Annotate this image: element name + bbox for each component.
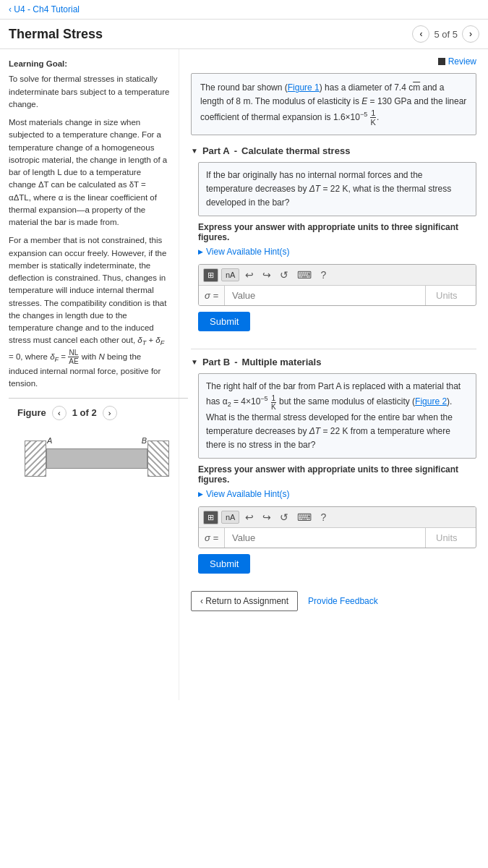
toolbar-undo-btn-b[interactable]: ↩ [242, 510, 257, 524]
part-b-input-row: σ = Units [199, 528, 476, 548]
part-a-body: If the bar originally has no internal no… [191, 162, 476, 336]
hints-a-toggle-icon: ▶ [198, 248, 203, 255]
top-nav: ‹ U4 - Ch4 Tutorial [0, 0, 488, 20]
bottom-actions: ‹ Return to Assignment Provide Feedback [191, 591, 476, 611]
toolbar-help-btn-a[interactable]: ? [317, 268, 329, 282]
part-a-description: Calculate thermal stress [241, 145, 350, 156]
learning-goal-title: Learning Goal: [9, 58, 170, 70]
hints-b-toggle-icon: ▶ [198, 490, 203, 498]
part-b-view-hints[interactable]: ▶ View Available Hint(s) [198, 489, 476, 499]
toolbar-refresh-btn-b[interactable]: ↺ [277, 510, 291, 524]
figure-pagination: 1 of 2 [72, 406, 97, 420]
figure-prev-button[interactable]: ‹ [52, 406, 67, 420]
toolbar-undo-btn-a[interactable]: ↩ [242, 268, 257, 282]
toolbar-keyboard-btn-a[interactable]: ⌨ [294, 268, 314, 282]
part-a-input-row: σ = Units [199, 286, 476, 305]
part-a-submit-button[interactable]: Submit [198, 312, 250, 331]
part-b-value-input[interactable] [225, 528, 425, 548]
part-a-toolbar: ⊞ nA ↩ ↪ ↺ ⌨ ? [199, 265, 476, 286]
sidebar: Learning Goal: To solve for thermal stre… [0, 49, 179, 700]
toolbar-na-btn-a[interactable]: nA [221, 268, 239, 281]
sidebar-para1: Most materials change in size when subje… [9, 116, 170, 229]
toolbar-refresh-btn-a[interactable]: ↺ [277, 268, 291, 282]
bar-left-support [25, 441, 46, 477]
bar-label-a: A [47, 435, 52, 447]
sidebar-para2: For a member that is not constrained, th… [9, 234, 170, 390]
part-b-question: The right half of the bar from Part A is… [198, 373, 476, 459]
figure-next-button[interactable]: › [103, 406, 117, 420]
page-count: 5 of 5 [434, 29, 458, 40]
toolbar-na-btn-b[interactable]: nA [221, 511, 239, 524]
figure-header: Figure ‹ 1 of 2 › [17, 406, 179, 420]
part-b-section: ▼ Part B - Multiple materials The right … [191, 357, 476, 578]
problem-description: The round bar shown (Figure 1) has a dia… [191, 73, 476, 135]
part-b-header[interactable]: ▼ Part B - Multiple materials [191, 357, 476, 367]
part-a-express-answer: Express your answer with appropriate uni… [198, 222, 476, 242]
part-a-toggle-icon: ▼ [191, 147, 198, 155]
figure-image: A B [17, 426, 176, 491]
part-a-value-input[interactable] [225, 286, 425, 305]
part-a-sigma-label: σ = [199, 286, 225, 305]
main-layout: Learning Goal: To solve for thermal stre… [0, 49, 488, 700]
part-b-toggle-icon: ▼ [191, 358, 198, 366]
review-bar: Review [191, 56, 476, 67]
return-to-assignment-button[interactable]: ‹ Return to Assignment [191, 591, 298, 611]
part-b-units-box[interactable]: Units [425, 528, 476, 548]
bar-diagram: A B [25, 433, 169, 484]
part-a-hints-label: View Available Hint(s) [206, 247, 290, 257]
part-b-submit-button[interactable]: Submit [198, 554, 250, 574]
part-b-answer-box: ⊞ nA ↩ ↪ ↺ ⌨ ? σ = Units [198, 506, 476, 548]
next-button[interactable]: › [462, 25, 479, 43]
part-b-description: Multiple materials [242, 357, 322, 367]
part-a-question: If the bar originally has no internal no… [198, 162, 476, 217]
content-area: Review The round bar shown (Figure 1) ha… [179, 49, 488, 700]
breadcrumb-link[interactable]: ‹ U4 - Ch4 Tutorial [9, 4, 80, 14]
bar-label-b: B [142, 435, 147, 447]
figure2-link[interactable]: Figure 2 [415, 396, 447, 407]
figure-title: Figure [17, 406, 46, 420]
part-b-express-answer: Express your answer with appropriate uni… [198, 464, 476, 485]
part-divider [191, 349, 476, 349]
prev-button[interactable]: ‹ [412, 25, 429, 43]
toolbar-redo-btn-a[interactable]: ↪ [260, 268, 274, 282]
bar-main: A B [46, 448, 147, 469]
part-b-dash: - [234, 357, 237, 367]
title-bar: Thermal Stress ‹ 5 of 5 › [0, 20, 488, 49]
toolbar-grid-btn-a[interactable]: ⊞ [203, 268, 218, 282]
part-b-hints-label: View Available Hint(s) [206, 489, 290, 499]
toolbar-help-btn-b[interactable]: ? [317, 510, 329, 524]
learning-goal-text: To solve for thermal stresses in statica… [9, 73, 170, 111]
toolbar-grid-btn-b[interactable]: ⊞ [203, 511, 218, 524]
part-b-body: The right half of the bar from Part A is… [191, 373, 476, 578]
toolbar-keyboard-btn-b[interactable]: ⌨ [294, 510, 314, 524]
part-b-label: Part B [202, 357, 230, 367]
part-a-label: Part A [202, 145, 230, 156]
review-icon [438, 58, 445, 65]
bar-right-support [147, 441, 169, 477]
toolbar-redo-btn-b[interactable]: ↪ [260, 510, 274, 524]
figure1-link[interactable]: Figure 1 [288, 82, 320, 93]
provide-feedback-link[interactable]: Provide Feedback [308, 596, 378, 606]
part-a-units-box[interactable]: Units [425, 286, 476, 305]
part-a-dash: - [234, 145, 237, 156]
review-link[interactable]: Review [438, 56, 476, 67]
nav-controls: ‹ 5 of 5 › [412, 25, 479, 43]
part-b-sigma-label: σ = [199, 528, 225, 548]
part-b-toolbar: ⊞ nA ↩ ↪ ↺ ⌨ ? [199, 507, 476, 528]
page-title: Thermal Stress [9, 27, 412, 42]
figure-section: Figure ‹ 1 of 2 › A B [9, 398, 188, 498]
part-a-view-hints[interactable]: ▶ View Available Hint(s) [198, 247, 476, 257]
part-a-header[interactable]: ▼ Part A - Calculate thermal stress [191, 145, 476, 156]
part-a-section: ▼ Part A - Calculate thermal stress If t… [191, 145, 476, 336]
part-a-answer-box: ⊞ nA ↩ ↪ ↺ ⌨ ? σ = Units [198, 264, 476, 306]
